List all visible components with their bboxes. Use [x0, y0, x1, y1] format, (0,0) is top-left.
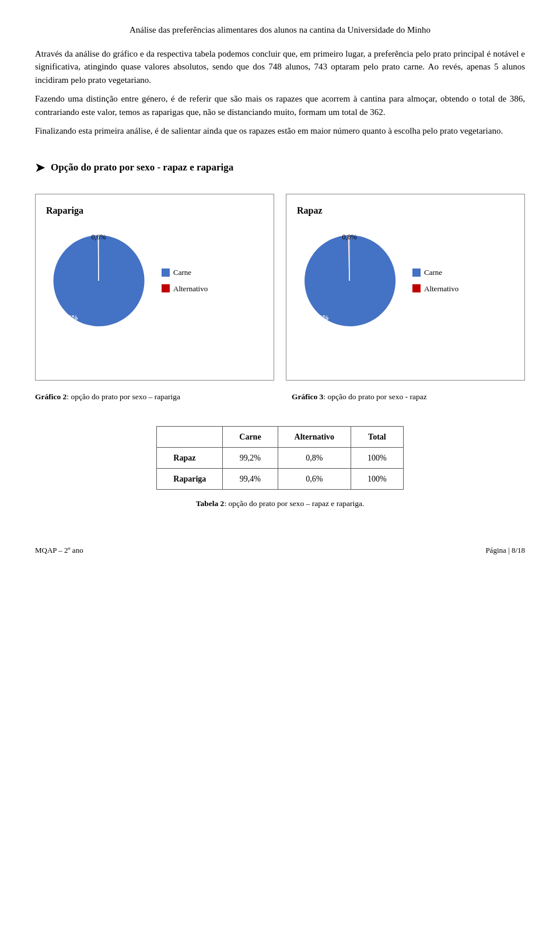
footer-left: MQAP – 2º ano [35, 545, 83, 556]
chart-title-rapaz: Rapaz [297, 204, 323, 218]
section-heading: ➤ Opção do prato por sexo - rapaz e rapa… [35, 159, 525, 176]
paragraph-3: Finalizando esta primeira análise, é de … [35, 124, 525, 138]
section-heading-text: Opção do prato por sexo - rapaz e rapari… [51, 160, 233, 175]
legend-label-alternativo-rapaz: Alternativo [424, 283, 459, 295]
paragraph-1: Através da análise do gráfico e da respe… [35, 47, 525, 87]
paragraph-2: Fazendo uma distinção entre género, é de… [35, 92, 525, 118]
pie-rapariga: 0,6% 99,4% [46, 228, 151, 333]
caption-rapaz-bold: Gráfico 3 [292, 392, 323, 401]
table-cell-rapariga-alternativo: 0,6% [278, 468, 351, 489]
pie-label-carne-rapariga: 99,4% [59, 312, 78, 323]
caption-rapaz-rest: : opção do prato por sexo - rapaz [323, 392, 426, 401]
legend-color-carne-rapaz [412, 268, 421, 277]
pie-label-carne-rapaz: 99,2% [310, 312, 329, 323]
legend-color-alternativo-rapaz [412, 284, 421, 292]
legend-item-alternativo-rapaz: Alternativo [412, 283, 459, 295]
legend-label-alternativo-rapariga: Alternativo [173, 283, 208, 295]
chart-box-rapariga: Rapariga 0,6% 99,4% [35, 194, 274, 381]
table-header-total: Total [351, 426, 404, 447]
data-table: Carne Alternativo Total Rapaz 99,2% 0,8%… [156, 426, 403, 490]
legend-item-alternativo-rapariga: Alternativo [162, 283, 208, 295]
footer: MQAP – 2º ano Página | 8/18 [35, 545, 525, 556]
footer-right: Página | 8/18 [485, 545, 525, 556]
table-cell-rapariga-carne: 99,4% [223, 468, 278, 489]
table-header-empty [157, 426, 223, 447]
pie-label-alternativo-rapaz: 0,8% [342, 232, 357, 242]
caption-rapariga-bold: Gráfico 2 [35, 392, 66, 401]
caption-rapaz: Gráfico 3: opção do prato por sexo - rap… [292, 391, 525, 403]
chart-title-rapariga: Rapariga [46, 204, 83, 218]
chart-box-rapaz: Rapaz 0,8% 99,2% Carne [286, 194, 525, 381]
legend-label-carne-rapariga: Carne [173, 267, 191, 278]
charts-row: Rapariga 0,6% 99,4% [35, 194, 525, 381]
table-header-row: Carne Alternativo Total [157, 426, 403, 447]
caption-rapaz-text: Gráfico 3: opção do prato por sexo - rap… [292, 392, 427, 401]
table-caption-bold: Tabela 2 [196, 499, 225, 508]
legend-item-carne-rapariga: Carne [162, 267, 208, 278]
chart-content-rapaz: 0,8% 99,2% Carne Alternativo [297, 228, 514, 333]
pie-rapaz: 0,8% 99,2% [297, 228, 402, 333]
table-cell-rapariga-total: 100% [351, 468, 404, 489]
legend-color-alternativo-rapariga [162, 284, 170, 292]
legend-item-carne-rapaz: Carne [412, 267, 459, 278]
caption-rapariga-rest: : opção do prato por sexo – rapariga [66, 392, 180, 401]
table-cell-rapaz-alternativo: 0,8% [278, 447, 351, 468]
table-row-rapariga: Rapariga 99,4% 0,6% 100% [157, 468, 403, 489]
caption-rapariga: Gráfico 2: opção do prato por sexo – rap… [35, 391, 292, 403]
table-cell-rapaz-label: Rapaz [157, 447, 223, 468]
pie-label-alternativo-rapariga: 0,6% [92, 232, 106, 242]
table-header-alternativo: Alternativo [278, 426, 351, 447]
legend-rapaz: Carne Alternativo [412, 267, 459, 294]
chart-content-rapariga: 0,6% 99,4% Carne Alternativo [46, 228, 263, 333]
table-caption: Tabela 2: opção do prato por sexo – rapa… [196, 498, 365, 510]
legend-color-carne-rapariga [162, 268, 170, 277]
page-title: Análise das preferências alimentares dos… [35, 23, 525, 37]
captions-row: Gráfico 2: opção do prato por sexo – rap… [35, 391, 525, 403]
table-row-rapaz: Rapaz 99,2% 0,8% 100% [157, 447, 403, 468]
table-header-carne: Carne [223, 426, 278, 447]
table-cell-rapaz-carne: 99,2% [223, 447, 278, 468]
table-caption-rest: : opção do prato por sexo – rapaz e rapa… [224, 499, 364, 508]
legend-label-carne-rapaz: Carne [424, 267, 442, 278]
legend-rapariga: Carne Alternativo [162, 267, 208, 294]
arrow-icon: ➤ [35, 159, 45, 176]
table-cell-rapariga-label: Rapariga [157, 468, 223, 489]
table-cell-rapaz-total: 100% [351, 447, 404, 468]
caption-rapariga-text: Gráfico 2: opção do prato por sexo – rap… [35, 392, 180, 401]
table-section: Carne Alternativo Total Rapaz 99,2% 0,8%… [35, 426, 525, 510]
